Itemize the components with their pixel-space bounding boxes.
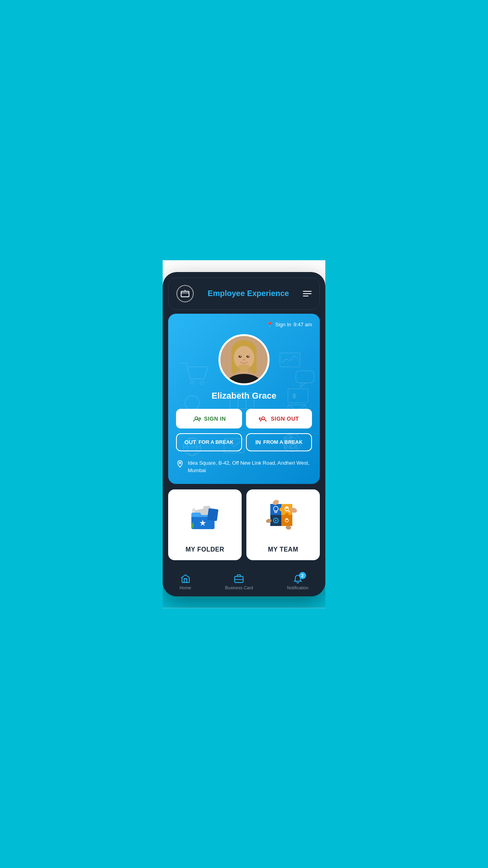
nav-notification[interactable]: 2 Notification — [287, 574, 308, 590]
svg-point-43 — [179, 462, 181, 463]
break-buttons: OUT FOR A BREAK IN FROM A BREAK — [176, 433, 312, 451]
in-label: IN — [255, 439, 261, 445]
profile-card: $ — [168, 314, 320, 484]
for-break-label: FOR A BREAK — [198, 439, 233, 445]
grid-section: MY FOLDER — [168, 489, 320, 564]
svg-point-53 — [275, 520, 277, 521]
folder-illustration — [187, 497, 223, 533]
out-label: OUT — [185, 439, 196, 445]
location-text: Idea Square, B-42, Off New Link Road, An… — [188, 459, 312, 474]
my-folder-card[interactable]: MY FOLDER — [168, 489, 242, 560]
app-logo — [176, 285, 194, 302]
phone-frame: Employee Experience — [163, 272, 325, 596]
pin-icon: 📍 — [266, 322, 273, 328]
team-illustration — [266, 497, 301, 533]
nav-home[interactable]: Home — [180, 574, 191, 590]
notification-badge: 2 — [299, 572, 306, 579]
svg-point-36 — [240, 356, 241, 357]
sign-out-label: SIGN OUT — [271, 416, 299, 422]
menu-button[interactable] — [303, 291, 312, 296]
sign-in-label: SIGN IN — [204, 416, 226, 422]
home-icon — [180, 574, 191, 584]
avatar-wrapper — [176, 334, 312, 385]
my-folder-label: MY FOLDER — [185, 546, 224, 553]
sign-in-button[interactable]: SIGN IN — [176, 409, 242, 428]
svg-point-37 — [248, 356, 249, 357]
svg-point-60 — [286, 506, 288, 509]
nav-notification-label: Notification — [287, 585, 308, 590]
location-row: Idea Square, B-42, Off New Link Road, An… — [176, 459, 312, 474]
user-name: Elizabeth Grace — [176, 391, 312, 401]
svg-point-34 — [238, 355, 242, 358]
location-icon — [176, 460, 184, 470]
nav-business-card[interactable]: Business Card — [225, 574, 253, 590]
svg-rect-47 — [207, 508, 218, 521]
out-break-button[interactable]: OUT FOR A BREAK — [176, 433, 242, 451]
svg-point-35 — [246, 355, 250, 358]
app-header: Employee Experience — [168, 278, 320, 310]
action-buttons: SIGN IN SIGN OUT — [176, 409, 312, 428]
business-card-icon — [234, 574, 244, 584]
from-break-label: FROM A BREAK — [263, 439, 303, 445]
app-title: Employee Experience — [194, 289, 303, 298]
avatar — [218, 334, 270, 385]
in-break-button[interactable]: IN FROM A BREAK — [246, 433, 312, 451]
sign-out-button[interactable]: SIGN OUT — [246, 409, 312, 428]
my-team-card[interactable]: MY TEAM — [246, 489, 320, 560]
nav-home-label: Home — [180, 585, 191, 590]
sign-in-time: 📍 Sign In 9:47 am — [176, 322, 312, 328]
svg-line-49 — [192, 525, 193, 529]
my-team-label: MY TEAM — [268, 546, 298, 553]
svg-point-40 — [236, 364, 252, 372]
bottom-nav: Home Business Card — [163, 569, 325, 596]
nav-business-card-label: Business Card — [225, 585, 253, 590]
svg-point-61 — [285, 513, 289, 517]
svg-point-56 — [279, 508, 283, 511]
svg-point-38 — [243, 359, 245, 360]
svg-rect-0 — [181, 291, 189, 297]
svg-point-62 — [279, 519, 283, 522]
